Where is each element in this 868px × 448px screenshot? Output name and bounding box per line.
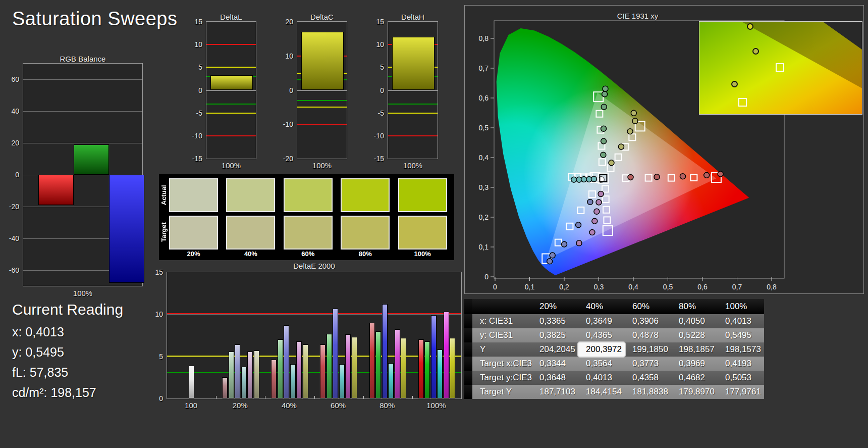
- table-cell-yCIE-40%[interactable]: 0,4365: [578, 328, 625, 342]
- table-cell-TargetyCIE-40%[interactable]: 0,4013: [578, 371, 625, 385]
- measured-point-cyan-5: [591, 176, 596, 182]
- delta-h-title: DeltaH: [388, 13, 438, 21]
- measured-point-blue-1: [587, 199, 593, 205]
- y-tick-label: -10: [181, 132, 202, 139]
- reading-cdm: cd/m²: 198,157: [12, 385, 96, 400]
- deltae-bar-80%-magenta: [395, 329, 400, 399]
- measured-point-red-2: [654, 174, 660, 180]
- table-cell-TargetyCIE-80%[interactable]: 0,4682: [671, 371, 718, 385]
- measured-point-red-1: [628, 174, 633, 180]
- swatch-actual-80%: [341, 178, 390, 212]
- swatch-target-40%: [226, 216, 275, 250]
- y-tick-label: -5: [363, 110, 384, 117]
- measured-point-green-5: [602, 91, 608, 97]
- delta-c-chart: 20100-10-20: [297, 21, 347, 159]
- y-tick-label: -40: [0, 235, 19, 242]
- reference-line--5: [388, 113, 438, 114]
- deltae-bar-100%-yellow: [450, 338, 455, 399]
- deltae-bar-60%-yellow: [352, 337, 357, 399]
- gridline: [23, 143, 142, 143]
- reference-line-10: [167, 313, 461, 314]
- measured-point-magenta-1: [598, 191, 604, 196]
- 100%-bar: [301, 32, 344, 90]
- delta-l-title: DeltaL: [206, 13, 256, 21]
- deltae-bar-20%-red: [222, 377, 228, 399]
- table-cell-yCIE-60%[interactable]: 0,4878: [625, 328, 671, 342]
- deltae-bar-100%-green: [424, 341, 430, 399]
- deltae-group-label: 80%: [363, 401, 412, 410]
- y-tick-label: -15: [363, 155, 384, 162]
- table-cell-TargetY-80%[interactable]: 179,8970: [671, 385, 718, 399]
- cie-x-tick: 0,2: [559, 283, 569, 291]
- gridline: [23, 111, 142, 112]
- deltae-group-label: 60%: [314, 401, 363, 410]
- 100%-bar: [392, 37, 435, 90]
- table-cell-yCIE-100%[interactable]: 0,5495: [718, 328, 764, 342]
- y-tick-label: 20: [0, 139, 19, 146]
- y-tick-label: 0: [181, 87, 202, 94]
- cie-y-tick: 0,8: [479, 34, 489, 42]
- swatch-column-label: 100%: [398, 250, 447, 258]
- swatch-column-label: 20%: [169, 250, 218, 258]
- table-cell-TargetxCIE-20%[interactable]: 0,3344: [532, 357, 578, 371]
- table-cell-TargetxCIE-60%[interactable]: 0,3773: [625, 357, 671, 371]
- table-cell-TargetyCIE-100%[interactable]: 0,5053: [718, 371, 764, 385]
- deltae-bar-40%-yellow: [303, 344, 308, 399]
- cie-y-tick: 0,7: [479, 64, 489, 72]
- table-row-label: y: CIE31: [472, 328, 532, 342]
- table-cell-TargetY-60%[interactable]: 181,8838: [625, 385, 671, 399]
- table-cell-xCIE-20%[interactable]: 0,3365: [532, 314, 578, 328]
- table-col-header-60%: 60%: [625, 299, 671, 314]
- table-gutter: [464, 371, 472, 385]
- table-cell-xCIE-40%[interactable]: 0,3649: [578, 314, 625, 328]
- table-cell-yCIE-20%[interactable]: 0,3825: [532, 328, 578, 342]
- table-row-label: Target Y: [472, 385, 532, 399]
- delta-e-title: DeltaE 2000: [167, 262, 462, 270]
- swatch-actual-40%: [226, 178, 275, 212]
- reference-line--10: [206, 135, 256, 136]
- deltae-group-label: 40%: [264, 401, 313, 410]
- delta-h-chart: 151050-5-10-15: [388, 21, 438, 159]
- y-tick-label: 0: [363, 87, 384, 94]
- table-cell-Y-80%[interactable]: 198,1857: [671, 342, 718, 357]
- table-cell-TargetY-20%[interactable]: 187,7103: [532, 385, 578, 399]
- deltae-bar-100%-cyan: [437, 350, 443, 399]
- table-row: Target x:CIE310,33440,35640,37730,39690,…: [464, 357, 764, 371]
- table-row-label: Target y:CIE31: [472, 371, 532, 385]
- swatch-column-label: 60%: [284, 250, 333, 258]
- swatch-comparison-panel: ActualTarget20%40%60%80%100%: [159, 174, 454, 260]
- delta-e-chart: 151050: [167, 272, 462, 399]
- table-cell-TargetxCIE-80%[interactable]: 0,3969: [671, 357, 718, 371]
- table-cell-xCIE-80%[interactable]: 0,4050: [671, 314, 718, 328]
- reference-line-10: [206, 44, 256, 45]
- delta-l-xlabel: 100%: [206, 161, 256, 170]
- deltae-bar-80%-cyan: [388, 363, 394, 399]
- table-cell-TargetY-40%[interactable]: 184,4154: [578, 385, 625, 399]
- table-cell-Y-20%[interactable]: 204,2045: [532, 342, 578, 357]
- table-cell-TargetyCIE-60%[interactable]: 0,4358: [625, 371, 671, 385]
- y-tick-label: 0: [0, 171, 19, 178]
- reference-line-5: [206, 67, 256, 68]
- table-cell-yCIE-80%[interactable]: 0,5228: [671, 328, 718, 342]
- swatch-target-20%: [169, 216, 218, 250]
- measured-point-red-5: [718, 171, 723, 177]
- table-cell-Y-60%[interactable]: 199,1850: [625, 342, 671, 357]
- reference-line-3: [167, 372, 461, 373]
- table-cell-xCIE-100%[interactable]: 0,4013: [718, 314, 764, 328]
- delta-c-xlabel: 100%: [297, 161, 347, 170]
- table-cell-xCIE-60%[interactable]: 0,3906: [625, 314, 671, 328]
- table-cell-TargetY-100%[interactable]: 177,9761: [718, 385, 764, 399]
- table-row: Y204,2045200,3972199,1850198,1857198,157…: [464, 342, 764, 357]
- measured-point-green-6: [603, 86, 608, 91]
- table-cell-Y-100%[interactable]: 198,1573: [718, 342, 764, 357]
- measured-point-red-4: [704, 172, 710, 178]
- cie-y-tick: 0,5: [479, 124, 489, 132]
- selected-cell[interactable]: 200,3972: [578, 342, 625, 357]
- table-cell-TargetyCIE-20%[interactable]: 0,3648: [532, 371, 578, 385]
- y-tick-label: -15: [181, 155, 202, 162]
- rgb-balance-title: RGB Balance: [23, 55, 143, 63]
- x-tick-mark: [363, 396, 364, 399]
- table-cell-TargetxCIE-100%[interactable]: 0,4193: [718, 357, 764, 371]
- table-col-header-80%: 80%: [671, 299, 718, 314]
- table-cell-TargetxCIE-40%[interactable]: 0,3564: [578, 357, 625, 371]
